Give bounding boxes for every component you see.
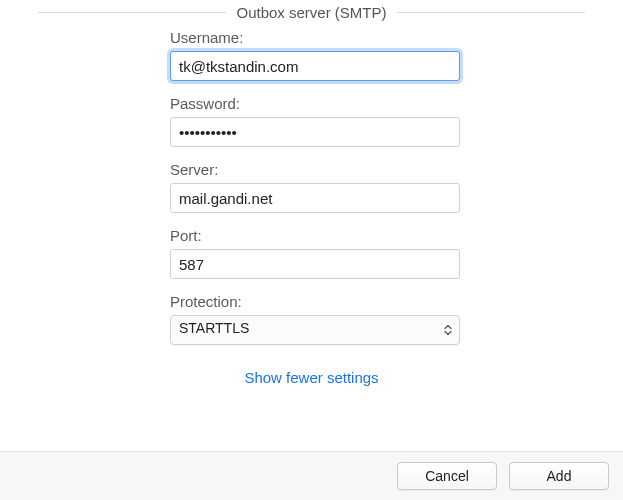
header-title: Outbox server (SMTP) <box>236 4 386 21</box>
username-label: Username: <box>170 29 460 46</box>
port-label: Port: <box>170 227 460 244</box>
protection-group: Protection: STARTTLS <box>170 293 460 345</box>
password-group: Password: <box>170 95 460 147</box>
header-rule-left <box>38 12 226 13</box>
cancel-button[interactable]: Cancel <box>397 462 497 490</box>
form-content: Username: Password: Server: Port: Protec… <box>0 21 623 451</box>
show-fewer-settings-link[interactable]: Show fewer settings <box>244 369 378 386</box>
server-input[interactable] <box>170 183 460 213</box>
password-input[interactable] <box>170 117 460 147</box>
header-rule-right <box>397 12 585 13</box>
section-header: Outbox server (SMTP) <box>0 0 623 21</box>
server-label: Server: <box>170 161 460 178</box>
port-group: Port: <box>170 227 460 279</box>
protection-label: Protection: <box>170 293 460 310</box>
username-input[interactable] <box>170 51 460 81</box>
server-group: Server: <box>170 161 460 213</box>
password-label: Password: <box>170 95 460 112</box>
add-button[interactable]: Add <box>509 462 609 490</box>
protection-select[interactable]: STARTTLS <box>170 315 460 345</box>
username-group: Username: <box>170 29 460 81</box>
toggle-link-row: Show fewer settings <box>0 369 623 386</box>
port-input[interactable] <box>170 249 460 279</box>
dialog-footer: Cancel Add <box>0 451 623 500</box>
